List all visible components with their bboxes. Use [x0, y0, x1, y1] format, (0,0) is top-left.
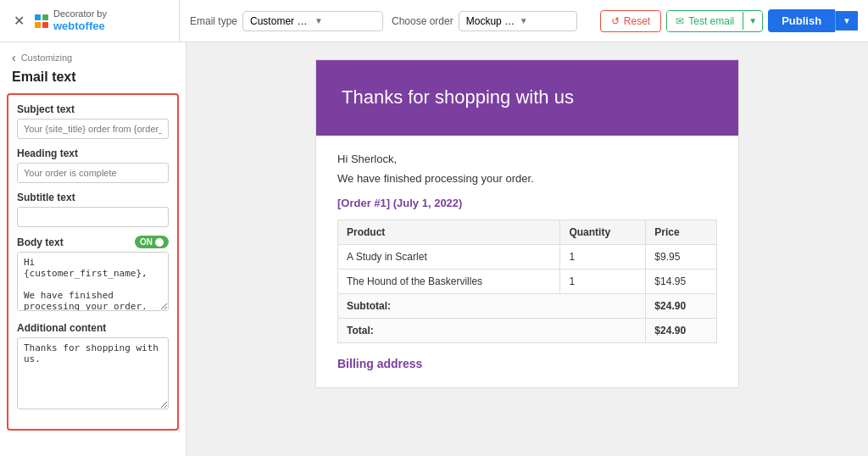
- email-header-title: Thanks for shopping with us: [342, 86, 713, 110]
- additional-group: Additional content Thanks for shopping w…: [17, 322, 169, 412]
- subtitle-label: Subtitle text: [17, 192, 169, 203]
- toggle-circle: [155, 238, 164, 247]
- sidebar-title: Email text: [0, 68, 186, 93]
- email-body: Hi Sherlock, We have finished processing…: [316, 136, 738, 387]
- publish-button[interactable]: Publish: [768, 9, 835, 32]
- total-row: Total: $24.90: [338, 318, 717, 342]
- product-name: A Study in Scarlet: [338, 244, 560, 269]
- breadcrumb: ‹ Customizing: [0, 42, 186, 68]
- email-text-form: Subject text Heading text Subtitle text …: [7, 93, 179, 431]
- test-email-button[interactable]: ✉ Test email: [667, 11, 743, 31]
- email-greeting: Hi Sherlock,: [337, 153, 717, 165]
- billing-title: Billing address: [337, 357, 717, 370]
- breadcrumb-text: Customizing: [21, 53, 73, 63]
- brand-title: Decorator by: [53, 8, 107, 19]
- additional-label: Additional content: [17, 322, 169, 334]
- heading-label: Heading text: [17, 147, 169, 159]
- subject-group: Subject text: [17, 103, 169, 139]
- topbar-actions: ↺ Reset ✉ Test email ▼ Publish ▼: [600, 9, 858, 32]
- test-email-arrow-button[interactable]: ▼: [743, 12, 762, 30]
- brand-text: Decorator by webtoffee: [53, 8, 107, 33]
- close-button[interactable]: ✕: [10, 9, 28, 32]
- table-row: The Hound of the Baskervilles 1 $14.95: [338, 269, 717, 293]
- reset-icon: ↺: [611, 15, 620, 27]
- body-group: Body text ON Hi {customer_first_name}, W…: [17, 236, 169, 314]
- brand-name: webtoffee: [53, 19, 107, 33]
- publish-arrow-button[interactable]: ▼: [835, 11, 858, 31]
- logo-dot-blue: [35, 14, 41, 20]
- reset-label: Reset: [624, 15, 650, 27]
- choose-order-group: Choose order Mockup order ▼: [392, 11, 577, 31]
- subject-label: Subject text: [17, 103, 169, 115]
- choose-order-dropdown[interactable]: Mockup order ▼: [459, 11, 577, 31]
- email-type-group: Email type Customer completed or... ▼: [190, 11, 383, 31]
- email-body-text: We have finished processing your order.: [337, 172, 717, 185]
- product-qty: 1: [560, 244, 646, 269]
- product-qty: 1: [560, 269, 646, 293]
- email-header: Thanks for shopping with us: [316, 60, 738, 136]
- email-type-label: Email type: [190, 15, 237, 27]
- subtotal-label: Subtotal:: [338, 293, 646, 318]
- product-price: $9.95: [646, 244, 717, 269]
- toggle-label: ON: [140, 237, 153, 247]
- reset-button[interactable]: ↺ Reset: [600, 10, 661, 32]
- subject-input[interactable]: [17, 119, 169, 139]
- email-type-chevron: ▼: [314, 16, 376, 25]
- body-label: Body text ON: [17, 236, 169, 248]
- subtotal-row: Subtotal: $24.90: [338, 293, 717, 318]
- order-link[interactable]: [Order #1] (July 1, 2022): [337, 197, 717, 209]
- logo-dot-green: [42, 14, 48, 20]
- email-type-value: Customer completed or...: [250, 15, 311, 27]
- subtitle-group: Subtitle text: [17, 192, 169, 227]
- heading-input[interactable]: [17, 163, 169, 183]
- email-card: Thanks for shopping with us Hi Sherlock,…: [315, 59, 739, 388]
- col-quantity: Quantity: [560, 220, 646, 244]
- logo-dot-red: [42, 22, 48, 28]
- additional-textarea[interactable]: Thanks for shopping with us.: [17, 337, 169, 409]
- test-email-label: Test email: [688, 15, 734, 27]
- preview-area: Thanks for shopping with us Hi Sherlock,…: [186, 42, 868, 456]
- brand: Decorator by webtoffee: [35, 8, 107, 33]
- choose-order-chevron: ▼: [520, 16, 570, 25]
- total-value: $24.90: [646, 318, 717, 342]
- body-label-text: Body text: [17, 236, 64, 248]
- choose-order-label: Choose order: [392, 15, 453, 27]
- order-table: Product Quantity Price A Study in Scarle…: [337, 220, 717, 343]
- subtotal-value: $24.90: [646, 293, 717, 318]
- brand-logo: [35, 14, 48, 28]
- sidebar: ‹ Customizing Email text Subject text He…: [0, 42, 186, 456]
- topbar-controls: Email type Customer completed or... ▼ Ch…: [190, 11, 590, 31]
- heading-group: Heading text: [17, 147, 169, 183]
- product-name: The Hound of the Baskervilles: [338, 269, 560, 293]
- subtitle-input[interactable]: [17, 207, 169, 227]
- main: ‹ Customizing Email text Subject text He…: [0, 42, 868, 456]
- logo-dot-yellow: [35, 22, 41, 28]
- test-email-group: ✉ Test email ▼: [666, 10, 763, 32]
- table-row: A Study in Scarlet 1 $9.95: [338, 244, 717, 269]
- total-label: Total:: [338, 318, 646, 342]
- product-price: $14.95: [646, 269, 717, 293]
- choose-order-value: Mockup order: [466, 15, 516, 27]
- email-type-dropdown[interactable]: Customer completed or... ▼: [242, 11, 383, 31]
- col-price: Price: [646, 220, 717, 244]
- publish-group: Publish ▼: [768, 9, 858, 32]
- topbar: ✕ Decorator by webtoffee Email type: [0, 0, 868, 42]
- col-product: Product: [338, 220, 560, 244]
- topbar-left: ✕ Decorator by webtoffee: [10, 0, 180, 42]
- body-toggle[interactable]: ON: [135, 236, 169, 248]
- body-textarea[interactable]: Hi {customer_first_name}, We have finish…: [17, 252, 169, 311]
- back-button[interactable]: ‹: [12, 51, 16, 64]
- test-email-icon: ✉: [676, 15, 684, 27]
